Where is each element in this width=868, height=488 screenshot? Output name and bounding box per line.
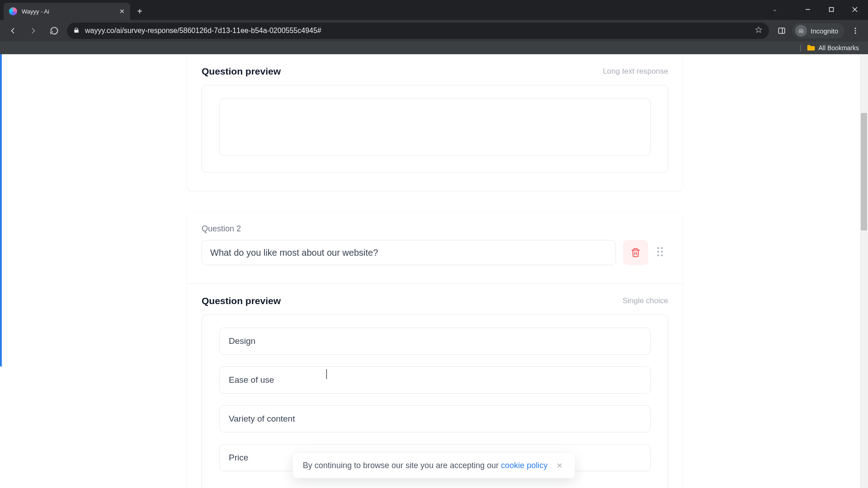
all-bookmarks-label: All Bookmarks (819, 44, 859, 52)
svg-point-10 (855, 30, 856, 32)
long-text-response-field[interactable] (219, 98, 651, 156)
wayyy-favicon-icon (9, 7, 17, 15)
question-preview-label: Question preview (202, 66, 281, 77)
svg-point-17 (661, 254, 663, 256)
cookie-banner-close-button[interactable]: ✕ (554, 460, 565, 472)
question-1-card: Question preview Long text response (187, 54, 683, 191)
question-type-label: Long text response (603, 67, 668, 76)
tabs-chevron-down-icon[interactable]: ⌄ (772, 5, 778, 13)
chrome-menu-button[interactable] (847, 23, 863, 39)
tab-title: Wayyy - Ai (22, 8, 115, 15)
incognito-icon (795, 25, 807, 37)
svg-point-13 (661, 247, 663, 249)
window-maximize-button[interactable] (821, 2, 842, 17)
choice-option[interactable]: Variety of content (219, 405, 651, 432)
cookie-banner: By continuing to browse our site you are… (293, 453, 575, 478)
cookie-policy-link[interactable]: cookie policy (501, 461, 547, 470)
vertical-scrollbar[interactable] (860, 54, 868, 488)
svg-point-14 (657, 251, 659, 253)
window-minimize-button[interactable] (797, 2, 818, 17)
side-panel-icon[interactable] (774, 23, 790, 39)
delete-question-button[interactable] (623, 240, 648, 265)
window-close-button[interactable] (844, 2, 865, 17)
svg-point-12 (657, 247, 659, 249)
question-type-label: Single choice (623, 296, 668, 305)
svg-point-11 (855, 33, 856, 34)
question-preview-box (202, 85, 668, 173)
address-bar[interactable]: wayyy.co/ai/survey-response/5860126d-7d1… (67, 23, 769, 39)
incognito-label: Incognito (811, 27, 838, 35)
scrollbar-thumb[interactable] (861, 113, 867, 230)
url-text: wayyy.co/ai/survey-response/5860126d-7d1… (85, 27, 749, 35)
cookie-banner-text: By continuing to browse our site you are… (303, 461, 501, 470)
forward-button[interactable] (25, 23, 42, 39)
bookmarks-separator: | (799, 44, 801, 52)
choice-option[interactable]: Ease of use (219, 366, 651, 394)
drag-handle-icon[interactable] (656, 246, 668, 259)
choice-option[interactable]: Design (219, 328, 651, 355)
lock-icon (73, 27, 80, 35)
new-tab-button[interactable]: + (133, 5, 146, 18)
svg-rect-1 (830, 8, 834, 12)
svg-point-15 (661, 251, 663, 253)
question-title-input[interactable] (202, 240, 616, 265)
question-2-card: Question 2 Question preview (187, 212, 683, 488)
incognito-indicator[interactable]: Incognito (793, 23, 844, 38)
reload-button[interactable] (46, 23, 62, 39)
browser-tab[interactable]: Wayyy - Ai ✕ (4, 3, 130, 20)
close-tab-icon[interactable]: ✕ (119, 8, 125, 15)
bookmark-star-icon[interactable] (755, 26, 763, 36)
question-number-label: Question 2 (202, 224, 668, 234)
back-button[interactable] (5, 23, 21, 39)
text-cursor (326, 369, 327, 379)
svg-point-7 (802, 31, 803, 33)
svg-point-16 (657, 254, 659, 256)
folder-icon (807, 44, 815, 52)
all-bookmarks-button[interactable]: All Bookmarks (807, 44, 859, 52)
question-preview-label: Question preview (202, 296, 281, 306)
svg-point-9 (855, 28, 856, 29)
svg-rect-4 (778, 28, 785, 33)
svg-point-6 (799, 31, 801, 33)
